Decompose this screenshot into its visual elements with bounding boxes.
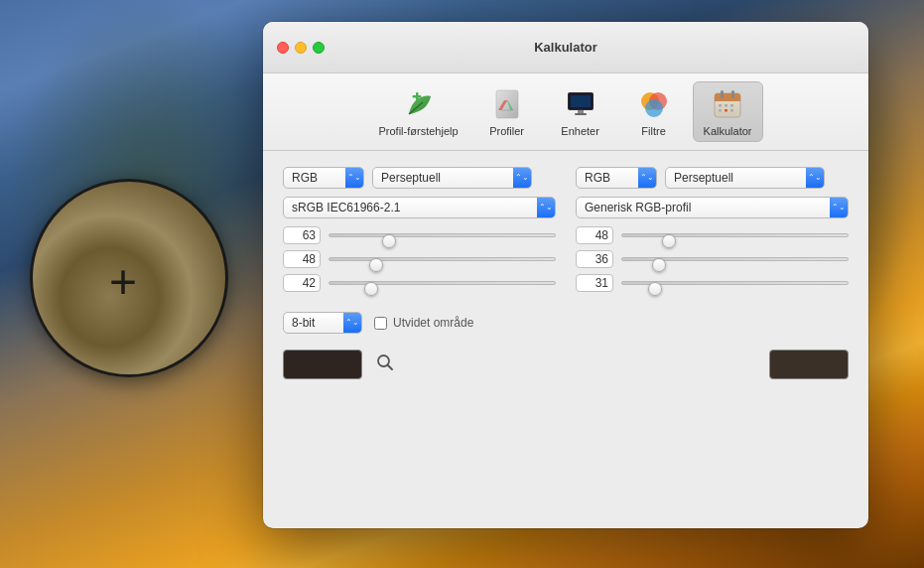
svg-rect-6 (571, 95, 591, 107)
right-g-value[interactable] (576, 250, 613, 268)
toolbar-item-profiler[interactable]: Profiler (472, 82, 542, 141)
left-r-slider[interactable] (329, 233, 556, 237)
right-color-model-wrapper: RGB CMYK Gråtoner (576, 167, 657, 189)
search-button[interactable] (374, 352, 396, 377)
left-top-selects: RGB CMYK Gråtoner Perseptuell Relativ fa… (283, 167, 556, 189)
svg-rect-20 (719, 109, 722, 112)
search-icon (376, 354, 394, 371)
right-b-value[interactable] (576, 274, 613, 292)
svg-rect-18 (725, 104, 727, 107)
left-color-swatch (283, 350, 362, 379)
left-color-model-select[interactable]: RGB CMYK Gråtoner (283, 167, 364, 189)
svg-rect-19 (730, 104, 733, 107)
left-b-slider[interactable] (329, 281, 556, 285)
svg-rect-15 (721, 90, 724, 98)
right-g-track (621, 251, 849, 267)
toolbar-label-filtre: Filtre (641, 125, 665, 137)
svg-rect-21 (725, 109, 727, 112)
svg-rect-16 (731, 90, 734, 98)
left-g-slider[interactable] (329, 257, 556, 261)
toolbar-label-kalkulator: Kalkulator (704, 125, 752, 137)
traffic-lights (277, 42, 325, 54)
minimize-button[interactable] (295, 42, 307, 54)
left-profile-select[interactable]: sRGB IEC61966-2.1 (283, 197, 556, 218)
right-profile-wrapper: Generisk RGB-profil (576, 197, 849, 218)
right-rendering-intent-select[interactable]: Perseptuell Relativ fargebestandig Metni… (665, 167, 825, 189)
right-g-slider[interactable] (621, 257, 849, 261)
close-button[interactable] (277, 42, 289, 54)
maximize-button[interactable] (313, 42, 325, 54)
right-r-slider[interactable] (621, 233, 849, 237)
left-slider-g (283, 250, 556, 268)
right-top-selects: RGB CMYK Gråtoner Perseptuell Relativ fa… (576, 167, 849, 189)
toolbar-item-filtre[interactable]: Filtre (619, 82, 689, 141)
profiler-icon (489, 86, 525, 122)
kalkulator-window: Kalkulator (263, 22, 868, 528)
right-slider-g (576, 250, 849, 268)
left-sliders (283, 226, 556, 292)
svg-rect-2 (412, 95, 421, 98)
extended-range-row: Utvidet område (374, 316, 473, 330)
title-bar: Kalkulator (263, 22, 868, 73)
extended-range-label: Utvidet område (393, 316, 473, 330)
svg-rect-22 (730, 109, 733, 112)
right-profile-select[interactable]: Generisk RGB-profil (576, 197, 849, 218)
right-r-value[interactable] (576, 226, 613, 244)
left-b-track (329, 275, 556, 291)
main-content: RGB CMYK Gråtoner Perseptuell Relativ fa… (263, 151, 868, 395)
left-rendering-intent-select[interactable]: Perseptuell Relativ fargebestandig Metni… (372, 167, 532, 189)
left-rendering-intent-wrapper: Perseptuell Relativ fargebestandig Metni… (372, 167, 532, 189)
left-r-value[interactable] (283, 226, 321, 244)
left-g-value[interactable] (283, 250, 321, 268)
right-slider-r (576, 226, 849, 244)
left-slider-b (283, 274, 556, 292)
circle-icon (636, 86, 672, 122)
right-slider-b (576, 274, 849, 292)
right-color-swatch (769, 350, 849, 379)
swatches-row (283, 350, 849, 379)
toolbar-label-enheter: Enheter (561, 125, 599, 137)
svg-rect-7 (578, 110, 584, 113)
svg-rect-14 (715, 98, 740, 101)
svg-rect-3 (496, 90, 518, 118)
left-g-track (329, 251, 556, 267)
bottom-section: 8-bit 16-bit 32-bit Utvidet område (283, 312, 849, 334)
right-rendering-intent-wrapper: Perseptuell Relativ fargebestandig Metni… (665, 167, 825, 189)
bit-depth-select[interactable]: 8-bit 16-bit 32-bit (283, 312, 362, 334)
left-color-model-wrapper: RGB CMYK Gråtoner (283, 167, 364, 189)
extended-range-checkbox[interactable] (374, 317, 387, 330)
right-b-track (621, 275, 849, 291)
columns-layout: RGB CMYK Gråtoner Perseptuell Relativ fa… (283, 167, 849, 292)
bit-depth-wrapper: 8-bit 16-bit 32-bit (283, 312, 362, 334)
left-column: RGB CMYK Gråtoner Perseptuell Relativ fa… (283, 167, 556, 292)
toolbar-item-enheter[interactable]: Enheter (546, 82, 615, 141)
monitor-icon (563, 86, 598, 122)
left-r-track (329, 227, 556, 243)
calendar-icon (710, 86, 745, 122)
left-slider-r (283, 226, 556, 244)
magnifier-loupe (30, 179, 228, 377)
left-profile-wrapper: sRGB IEC61966-2.1 (283, 197, 556, 218)
crosshair-icon (109, 258, 149, 298)
toolbar-item-kalkulator[interactable]: Kalkulator (693, 81, 763, 142)
right-b-slider[interactable] (621, 281, 849, 285)
leaf-icon (401, 86, 437, 122)
window-title: Kalkulator (534, 40, 597, 55)
left-b-value[interactable] (283, 274, 321, 292)
toolbar: Profil-førstehjelp (263, 73, 868, 151)
toolbar-label-profil-forstehjelp: Profil-førstehjelp (379, 125, 459, 137)
toolbar-label-profiler: Profiler (489, 125, 524, 137)
right-column: RGB CMYK Gråtoner Perseptuell Relativ fa… (576, 167, 849, 292)
svg-rect-8 (575, 113, 587, 115)
svg-line-24 (388, 365, 393, 370)
right-sliders (576, 226, 849, 292)
svg-point-11 (645, 99, 663, 117)
right-r-track (621, 227, 849, 243)
svg-rect-17 (719, 104, 722, 107)
right-color-model-select[interactable]: RGB CMYK Gråtoner (576, 167, 657, 189)
toolbar-item-profil-forstehjelp[interactable]: Profil-førstehjelp (369, 82, 468, 141)
